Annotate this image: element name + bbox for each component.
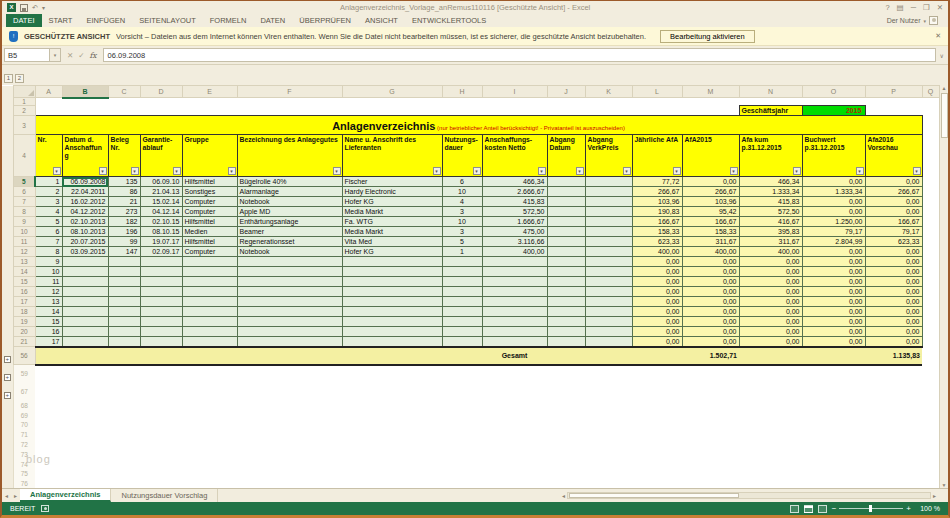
- cell-N10[interactable]: 395,83: [739, 227, 802, 237]
- column-header-d[interactable]: D: [140, 86, 182, 98]
- cell-E17[interactable]: [182, 297, 237, 307]
- cell-O19[interactable]: 0,00: [802, 317, 865, 327]
- cell-P9[interactable]: 166,67: [865, 217, 922, 227]
- filter-dropdown-icon[interactable]: ▾: [99, 167, 107, 175]
- cell-B18[interactable]: [62, 307, 108, 317]
- cell[interactable]: [35, 440, 939, 450]
- cell-N20[interactable]: 0,00: [739, 327, 802, 337]
- cell[interactable]: [922, 217, 939, 227]
- cell[interactable]: [922, 347, 939, 365]
- cell-A13[interactable]: 9: [35, 257, 62, 267]
- sheet-tab-nutzungsdauer-vorschlag[interactable]: Nutzungsdauer Vorschlag: [111, 489, 218, 502]
- cell-K10[interactable]: [585, 227, 632, 237]
- cell-L21[interactable]: 0,00: [632, 337, 682, 347]
- cell-J14[interactable]: [547, 267, 585, 277]
- row-header-1[interactable]: 1: [13, 98, 35, 106]
- cell-G10[interactable]: Media Markt: [342, 227, 442, 237]
- ribbon-tab-start[interactable]: START: [42, 14, 80, 27]
- row-header-6[interactable]: 6: [13, 187, 35, 197]
- row-header-9[interactable]: 9: [13, 217, 35, 227]
- cell-G19[interactable]: [342, 317, 442, 327]
- cell-M18[interactable]: 0,00: [682, 307, 739, 317]
- cell-L10[interactable]: 158,33: [632, 227, 682, 237]
- cell-L16[interactable]: 0,00: [632, 287, 682, 297]
- cell-O13[interactable]: 0,00: [802, 257, 865, 267]
- cell-C5[interactable]: 135: [108, 177, 140, 187]
- cell[interactable]: [922, 207, 939, 217]
- cell-F6[interactable]: Alarmanlage: [237, 187, 342, 197]
- cell-P14[interactable]: 0,00: [865, 267, 922, 277]
- row-header-21[interactable]: 21: [13, 337, 35, 347]
- cell-P19[interactable]: 0,00: [865, 317, 922, 327]
- cell-E11[interactable]: Hilfsmittel: [182, 237, 237, 247]
- cell-C19[interactable]: [108, 317, 140, 327]
- column-header-b[interactable]: B: [62, 86, 108, 98]
- cell-E8[interactable]: Computer: [182, 207, 237, 217]
- cell-H18[interactable]: [442, 307, 482, 317]
- cell-B5[interactable]: 06.09.2008: [62, 177, 108, 187]
- cell-K21[interactable]: [585, 337, 632, 347]
- cell-A9[interactable]: 5: [35, 217, 62, 227]
- cell-H21[interactable]: [442, 337, 482, 347]
- cell-P7[interactable]: 0,00: [865, 197, 922, 207]
- row-header-59[interactable]: 59: [13, 365, 35, 383]
- cell-P16[interactable]: 0,00: [865, 287, 922, 297]
- cell-B16[interactable]: [62, 287, 108, 297]
- user-account[interactable]: Der Nutzer ▾: [887, 14, 948, 27]
- cell-J19[interactable]: [547, 317, 585, 327]
- cell-P17[interactable]: 0,00: [865, 297, 922, 307]
- cell-B12[interactable]: 03.09.2015: [62, 247, 108, 257]
- cell-C20[interactable]: [108, 327, 140, 337]
- cell[interactable]: [35, 401, 939, 411]
- cell-I12[interactable]: 400,00: [482, 247, 547, 257]
- cell[interactable]: [922, 317, 939, 327]
- scroll-down-icon[interactable]: ▼: [942, 482, 947, 488]
- cell-J18[interactable]: [547, 307, 585, 317]
- cell-J9[interactable]: [547, 217, 585, 227]
- column-header-e[interactable]: E: [182, 86, 237, 98]
- cell-J15[interactable]: [547, 277, 585, 287]
- cell-L13[interactable]: 0,00: [632, 257, 682, 267]
- cell-N11[interactable]: 311,67: [739, 237, 802, 247]
- cell-D14[interactable]: [140, 267, 182, 277]
- cell-B7[interactable]: 16.02.2012: [62, 197, 108, 207]
- column-header-k[interactable]: K: [585, 86, 632, 98]
- cell[interactable]: [35, 420, 939, 430]
- cell-O10[interactable]: 79,17: [802, 227, 865, 237]
- cell-O12[interactable]: 0,00: [802, 247, 865, 257]
- cell-O21[interactable]: 0,00: [802, 337, 865, 347]
- cell-K19[interactable]: [585, 317, 632, 327]
- cell[interactable]: [35, 459, 939, 469]
- cell-M6[interactable]: 266,67: [682, 187, 739, 197]
- cell-D19[interactable]: [140, 317, 182, 327]
- cell-L9[interactable]: 166,67: [632, 217, 682, 227]
- cell-M14[interactable]: 0,00: [682, 267, 739, 277]
- cell[interactable]: [35, 430, 939, 440]
- cell-F19[interactable]: [237, 317, 342, 327]
- cell-G17[interactable]: [342, 297, 442, 307]
- row-header-76[interactable]: 76: [13, 479, 35, 488]
- cell-M8[interactable]: 95,42: [682, 207, 739, 217]
- name-box-dropdown-icon[interactable]: ▾: [50, 48, 61, 62]
- row-header-12[interactable]: 12: [13, 247, 35, 257]
- column-header-m[interactable]: M: [682, 86, 739, 98]
- cell-G9[interactable]: Fa. WTG: [342, 217, 442, 227]
- cell-H9[interactable]: 10: [442, 217, 482, 227]
- cell-L17[interactable]: 0,00: [632, 297, 682, 307]
- cell-L11[interactable]: 623,33: [632, 237, 682, 247]
- maximize-button[interactable]: ❐: [923, 3, 930, 12]
- normal-view-icon[interactable]: [790, 505, 799, 513]
- filter-dropdown-icon[interactable]: ▾: [793, 167, 801, 175]
- cell-G8[interactable]: Media Markt: [342, 207, 442, 217]
- hscroll-thumb[interactable]: [569, 493, 739, 498]
- cell-H15[interactable]: [442, 277, 482, 287]
- cell-I10[interactable]: 475,00: [482, 227, 547, 237]
- cell-E12[interactable]: Computer: [182, 247, 237, 257]
- cell-B20[interactable]: [62, 327, 108, 337]
- cell-H8[interactable]: 3: [442, 207, 482, 217]
- cell-D20[interactable]: [140, 327, 182, 337]
- cell-A14[interactable]: 10: [35, 267, 62, 277]
- enter-entry-icon[interactable]: ✓: [78, 51, 84, 60]
- outline-expand-button[interactable]: +: [4, 392, 11, 399]
- cell-B21[interactable]: [62, 337, 108, 347]
